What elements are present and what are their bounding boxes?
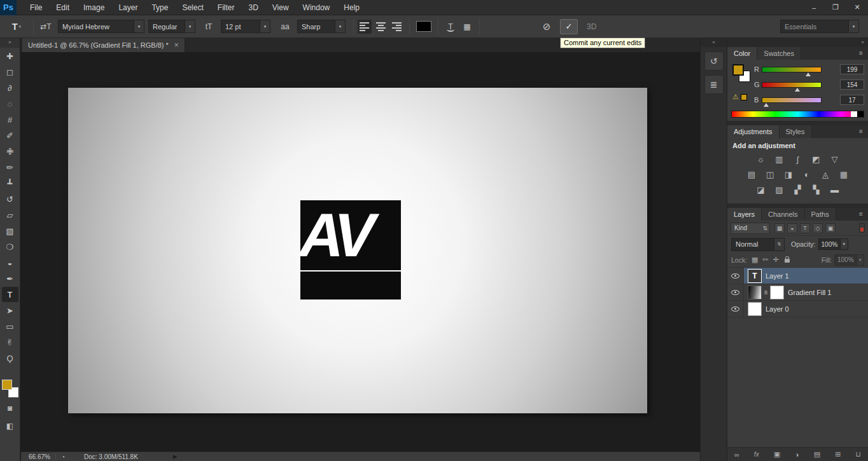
tab-paths[interactable]: Paths bbox=[805, 208, 836, 221]
anti-alias-select[interactable]: Sharp ▾ bbox=[297, 20, 346, 33]
green-slider[interactable] bbox=[762, 82, 822, 88]
gamut-warning-swatch[interactable] bbox=[741, 94, 747, 100]
blue-value-field[interactable]: 17 bbox=[840, 95, 864, 105]
toggle-panels-button[interactable]: ▦ bbox=[459, 19, 475, 34]
lock-all-icon[interactable] bbox=[785, 259, 790, 263]
clone-stamp-tool[interactable]: ┻ bbox=[2, 175, 18, 191]
foreground-color-swatch[interactable] bbox=[2, 380, 12, 390]
opacity-select[interactable]: 100% ▾ bbox=[818, 238, 848, 250]
menu-edit[interactable]: Edit bbox=[49, 0, 76, 15]
font-size-select[interactable]: 12 pt ▾ bbox=[221, 20, 270, 33]
minimize-button[interactable]: – bbox=[803, 1, 825, 15]
eraser-tool[interactable]: ▱ bbox=[2, 207, 18, 223]
tab-swatches[interactable]: Swatches bbox=[757, 47, 801, 60]
layer-mask-thumbnail[interactable] bbox=[770, 286, 784, 299]
text-layer-box[interactable]: AV bbox=[300, 200, 401, 299]
text-color-swatch[interactable] bbox=[416, 21, 431, 32]
adj-black-white-icon[interactable]: ◨ bbox=[781, 169, 795, 180]
workspace-select[interactable]: Essentials ▾ bbox=[780, 20, 859, 33]
red-slider-thumb[interactable] bbox=[806, 72, 811, 76]
dodge-tool[interactable]: ◒ bbox=[2, 255, 18, 270]
screen-mode-button[interactable]: ◧ bbox=[2, 419, 18, 433]
layer-row-gradient-fill-1[interactable]: 8 Gradient Fill 1 bbox=[727, 284, 868, 301]
green-value-field[interactable]: 154 bbox=[840, 79, 864, 90]
chevron-down-icon[interactable]: ▾ bbox=[134, 20, 144, 32]
adj-color-balance-icon[interactable]: ◫ bbox=[763, 169, 777, 180]
text-layer-thumbnail[interactable]: T bbox=[748, 269, 762, 283]
chevron-down-icon[interactable]: ▾ bbox=[335, 20, 345, 32]
zoom-tool[interactable]: Ϙ bbox=[2, 350, 18, 366]
adj-threshold-icon[interactable]: ▞ bbox=[791, 184, 805, 195]
red-value-field[interactable]: 199 bbox=[840, 64, 864, 74]
status-menu-arrow[interactable]: ▶ bbox=[173, 453, 178, 460]
layer-name[interactable]: Layer 1 bbox=[766, 272, 789, 280]
brush-tool[interactable]: ✏ bbox=[2, 160, 18, 175]
layer-thumbnail[interactable] bbox=[748, 302, 762, 316]
filter-adjustment-layers-icon[interactable]: ◒ bbox=[787, 223, 797, 233]
type-tool[interactable]: T bbox=[2, 287, 18, 302]
visibility-cell[interactable] bbox=[727, 284, 744, 300]
lock-pixels-icon[interactable]: ✏ bbox=[763, 256, 769, 264]
collapse-dock-button[interactable]: » bbox=[727, 38, 868, 47]
link-layers-icon[interactable]: ∞ bbox=[734, 451, 739, 458]
properties-panel-icon[interactable]: ≣ bbox=[704, 75, 724, 94]
gamut-warning[interactable]: ⚠ bbox=[732, 93, 747, 101]
green-slider-thumb[interactable] bbox=[795, 88, 800, 92]
commit-edits-button[interactable]: ✓ bbox=[560, 19, 578, 34]
visibility-cell[interactable] bbox=[727, 301, 744, 317]
adj-brightness-contrast-icon[interactable]: ☼ bbox=[754, 154, 768, 165]
close-tab-icon[interactable]: × bbox=[174, 41, 179, 50]
adj-curves-icon[interactable]: ʃ bbox=[791, 154, 805, 165]
new-adjustment-layer-icon[interactable]: ◑ bbox=[795, 451, 799, 458]
menu-select[interactable]: Select bbox=[175, 0, 210, 15]
filter-smart-objects-icon[interactable]: ▣ bbox=[825, 223, 836, 233]
chevron-down-icon[interactable]: ▾ bbox=[840, 239, 847, 249]
warp-text-button[interactable]: T bbox=[442, 19, 459, 34]
gradient-fill-thumbnail[interactable] bbox=[748, 286, 762, 299]
adj-exposure-icon[interactable]: ◩ bbox=[809, 154, 823, 165]
close-button[interactable]: ✕ bbox=[846, 1, 868, 15]
blue-slider-thumb[interactable] bbox=[764, 103, 769, 107]
mask-link-icon[interactable]: 8 bbox=[764, 289, 767, 296]
menu-file[interactable]: File bbox=[23, 0, 49, 15]
red-slider[interactable] bbox=[762, 67, 822, 72]
rectangular-marquee-tool[interactable]: ◻ bbox=[2, 64, 18, 79]
menu-3d[interactable]: 3D bbox=[241, 0, 265, 15]
cancel-edits-button[interactable]: ⊘ bbox=[538, 19, 555, 34]
layer-style-icon[interactable]: fx bbox=[754, 451, 759, 458]
crop-tool[interactable]: # bbox=[2, 112, 18, 127]
adj-vibrance-icon[interactable]: ▽ bbox=[828, 154, 842, 165]
adj-channel-mixer-icon[interactable]: ◬ bbox=[818, 169, 832, 180]
quick-mask-button[interactable]: ◙ bbox=[2, 401, 18, 415]
font-style-select[interactable]: Regular ▾ bbox=[148, 20, 195, 33]
menu-image[interactable]: Image bbox=[76, 0, 111, 15]
panel-menu-icon[interactable]: ≡ bbox=[854, 47, 868, 60]
text-orientation-toggle[interactable]: ⇄T bbox=[38, 19, 54, 34]
foreground-color-swatch[interactable] bbox=[732, 64, 744, 76]
gradient-tool[interactable]: ▧ bbox=[2, 223, 18, 238]
layer-name[interactable]: Layer 0 bbox=[766, 305, 789, 313]
white-swatch[interactable] bbox=[851, 111, 857, 117]
layer-row-body[interactable]: T Layer 1 bbox=[744, 268, 868, 284]
layer-row-body[interactable]: 8 Gradient Fill 1 bbox=[744, 284, 868, 300]
eyedropper-tool[interactable]: ✐ bbox=[2, 128, 18, 143]
chevron-down-icon[interactable]: ▾ bbox=[857, 255, 864, 265]
lasso-tool[interactable]: ∂ bbox=[2, 80, 18, 95]
rectangle-tool[interactable]: ▭ bbox=[2, 319, 18, 334]
tool-preset-picker[interactable]: T ▾ bbox=[4, 19, 29, 34]
document-canvas[interactable]: AV bbox=[68, 88, 647, 413]
filter-pixel-layers-icon[interactable]: ▦ bbox=[774, 223, 785, 233]
layer-row-layer-1[interactable]: T Layer 1 bbox=[727, 268, 868, 284]
align-right-button[interactable] bbox=[389, 20, 403, 34]
blur-tool[interactable]: ❍ bbox=[2, 239, 18, 254]
adj-levels-icon[interactable]: ▥ bbox=[773, 154, 787, 165]
add-layer-mask-icon[interactable]: ▣ bbox=[774, 450, 780, 458]
layer-filtering-toggle[interactable] bbox=[859, 223, 865, 233]
menu-view[interactable]: View bbox=[265, 0, 296, 15]
chevron-down-icon[interactable]: ▾ bbox=[848, 20, 858, 32]
toolbar-collapse-button[interactable]: » bbox=[0, 38, 20, 48]
menu-layer[interactable]: Layer bbox=[111, 0, 144, 15]
menu-filter[interactable]: Filter bbox=[211, 0, 242, 15]
filter-type-layers-icon[interactable]: T bbox=[800, 223, 810, 233]
layer-row-layer-0[interactable]: Layer 0 bbox=[727, 301, 868, 317]
